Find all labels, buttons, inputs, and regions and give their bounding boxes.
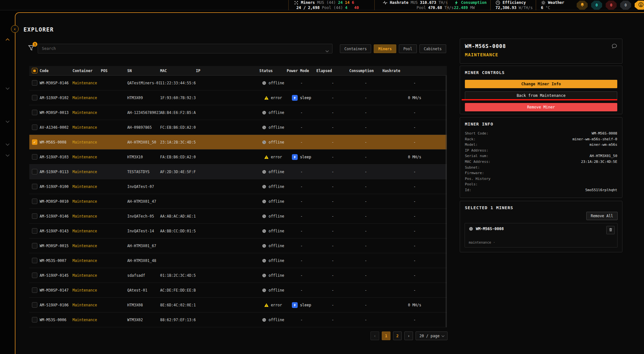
teal-counter-badge[interactable]: 0 xyxy=(591,1,602,10)
search-input[interactable] xyxy=(38,44,332,53)
row-checkbox[interactable] xyxy=(32,95,37,100)
cell-consumption: - xyxy=(349,273,382,278)
table-row[interactable]: WM-M30SP-0013 Maintenance AH-12345678902… xyxy=(29,105,447,120)
notifications-bell-button[interactable] xyxy=(577,1,588,10)
rail-scroll-down-button-1[interactable] xyxy=(4,86,11,91)
hashrate-mus-unit: TH/s xyxy=(438,0,448,5)
back-from-maintenance-button[interactable]: Back from Maintenance xyxy=(465,91,617,100)
row-checkbox[interactable] xyxy=(32,154,37,160)
table-row[interactable]: WM-M56S-0008 Maintenance AH-HTM3X01_50 2… xyxy=(29,135,447,150)
back-from-maintenance-wrap: Back from Maintenance xyxy=(465,91,617,100)
rail-scroll-down-button-2[interactable] xyxy=(4,119,11,124)
table-row[interactable]: AM-S19XP-0143 Maintenance InvQATest-14 A… xyxy=(29,224,447,238)
table-row[interactable]: AM-S19XP-0145 Maintenance sdafsadf 01:1B… xyxy=(29,268,447,283)
cell-elapsed: - xyxy=(316,125,349,130)
remove-all-button[interactable]: Remove All xyxy=(586,212,618,220)
cell-elapsed: - xyxy=(316,303,349,307)
row-checkbox[interactable] xyxy=(32,273,37,278)
row-checkbox[interactable] xyxy=(32,317,37,322)
table-row[interactable]: WM-M30SP-0015 Maintenance AH-HTM3X01_67 … xyxy=(29,238,447,253)
cell-sn: AH-HTM3X01_50 xyxy=(127,140,160,144)
table-row[interactable]: AM-S19XP-0102 Maintenance HTM3X09 1F:93:… xyxy=(29,90,447,105)
row-checkbox[interactable] xyxy=(32,125,37,130)
cell-power-mode: - xyxy=(287,81,316,85)
table-row[interactable]: WM-M30SP-0146 Maintenance QATestMiners-0… xyxy=(29,76,447,90)
cell-container: Maintenance xyxy=(72,81,101,85)
filter-tab-pool[interactable]: Pool xyxy=(399,44,417,53)
filter-tab-containers[interactable]: Containers xyxy=(340,44,371,53)
remove-miner-button[interactable]: Remove Miner xyxy=(465,103,617,111)
search-field-wrap xyxy=(38,44,332,53)
info-row-model: Model:miner-wm-m56s xyxy=(465,142,617,148)
cell-power-mode: - xyxy=(287,318,316,322)
cell-mac: 1F:93:60:7B:92:33 xyxy=(160,96,196,100)
table-row[interactable]: AM-S19XP-0100 Maintenance InvQATest-07 o… xyxy=(29,179,447,194)
table-row[interactable]: AM-S19XP-0103 Maintenance HTM3X10 FA:EB:… xyxy=(29,150,447,164)
row-checkbox[interactable] xyxy=(32,213,37,219)
hashrate-pool-value: 470.68 xyxy=(428,5,442,10)
cell-sn: AH-HTM3X01_47 xyxy=(127,199,160,204)
pagination-prev-button[interactable]: ‹ xyxy=(370,331,379,340)
power-mode-empty: - xyxy=(301,170,303,174)
pagination-page-1[interactable]: 1 xyxy=(382,331,390,340)
miner-detail-header-card: WM-M56S-0008 MAINTENANCE xyxy=(460,39,622,64)
table-row[interactable]: WM-M30SP-0010 Maintenance AH-HTM3X01_47 … xyxy=(29,194,447,209)
table-row[interactable]: AV-A1346-0002 Maintenance AH-09897865 FC… xyxy=(29,120,447,135)
row-checkbox[interactable] xyxy=(32,169,37,174)
hashrate-title: Hashrate xyxy=(390,0,409,5)
rail-scroll-down-button-4[interactable] xyxy=(4,153,11,158)
status-label: offline xyxy=(269,318,284,322)
row-checkbox[interactable] xyxy=(32,139,37,145)
cell-mac: AA:BB:CC:DD:01:5F xyxy=(160,229,196,233)
rail-scroll-up-button[interactable] xyxy=(4,37,11,42)
red-counter-badge[interactable]: 0 xyxy=(606,1,617,10)
table-row[interactable]: WM-M30SP-0147 Maintenance QAtest-01 AC:D… xyxy=(29,283,447,298)
cell-elapsed: - xyxy=(316,140,349,144)
gray-counter-badge[interactable]: 0 xyxy=(620,1,631,10)
hashrate-pool-label: Pool xyxy=(417,5,426,10)
row-checkbox[interactable] xyxy=(32,110,37,115)
efficiency-unit: W/TH/s xyxy=(519,5,533,10)
power-mode-label: sleep xyxy=(300,155,311,159)
cell-code: WM-M30SP-0147 xyxy=(40,288,72,293)
row-checkbox[interactable] xyxy=(32,302,37,308)
select-all-checkbox[interactable] xyxy=(32,68,37,73)
table-scrollbar[interactable] xyxy=(446,76,447,327)
table-row[interactable]: WM-M53S-0006 Maintenance WTM3X02 88:62:9… xyxy=(29,312,447,327)
pagination-page-2[interactable]: 2 xyxy=(393,331,402,340)
filter-tab-miners[interactable]: Miners xyxy=(374,44,396,53)
row-checkbox[interactable] xyxy=(32,80,37,86)
row-checkbox[interactable] xyxy=(32,287,37,293)
cell-code: AM-S19XP-0102 xyxy=(40,96,72,100)
comment-button[interactable] xyxy=(611,43,618,50)
cell-consumption: - xyxy=(349,214,382,219)
filter-tab-cabinets[interactable]: Cabinets xyxy=(419,44,446,53)
row-checkbox[interactable] xyxy=(32,243,37,248)
account-button[interactable] xyxy=(635,1,644,10)
remove-selected-miner-button[interactable] xyxy=(606,226,615,234)
cell-code: AM-S19XP-0145 xyxy=(40,273,72,278)
table-row[interactable]: AM-S19XP-0106 Maintenance HTM3X08 8E:6D:… xyxy=(29,298,447,312)
col-mac: MAC xyxy=(160,69,196,73)
status-label: offline xyxy=(269,170,284,174)
cell-consumption: - xyxy=(349,303,382,307)
pagination-next-button[interactable]: › xyxy=(404,331,413,340)
cell-code: AM-S19XP-0100 xyxy=(40,184,72,189)
table-row[interactable]: WM-M53S-0007 Maintenance AH-HTM3X01_48 o… xyxy=(29,253,447,268)
cell-elapsed: - xyxy=(316,244,349,248)
cell-status: offline xyxy=(259,184,287,189)
table-row[interactable]: AM-S19XP-0113 Maintenance TESTASTDYS AF:… xyxy=(29,164,447,179)
row-checkbox[interactable] xyxy=(32,184,37,189)
cell-consumption: - xyxy=(349,184,382,189)
info-row-serial-num: Serial num:AH-HTM3X01_50 xyxy=(465,153,617,159)
page-size-select[interactable]: 20 / page xyxy=(416,331,447,340)
row-checkbox[interactable] xyxy=(32,228,37,234)
row-checkbox[interactable] xyxy=(32,199,37,204)
row-checkbox[interactable] xyxy=(32,258,37,263)
table-row[interactable]: AM-S19XP-0146 Maintenance InvQATech-05 A… xyxy=(29,209,447,224)
cell-hashrate: - xyxy=(382,81,447,85)
rail-scroll-down-button-3[interactable] xyxy=(4,142,11,147)
cell-hashrate: - xyxy=(382,170,447,174)
change-miner-info-button[interactable]: Change Miner Info xyxy=(465,80,617,88)
back-button[interactable]: ‹ xyxy=(11,25,19,33)
